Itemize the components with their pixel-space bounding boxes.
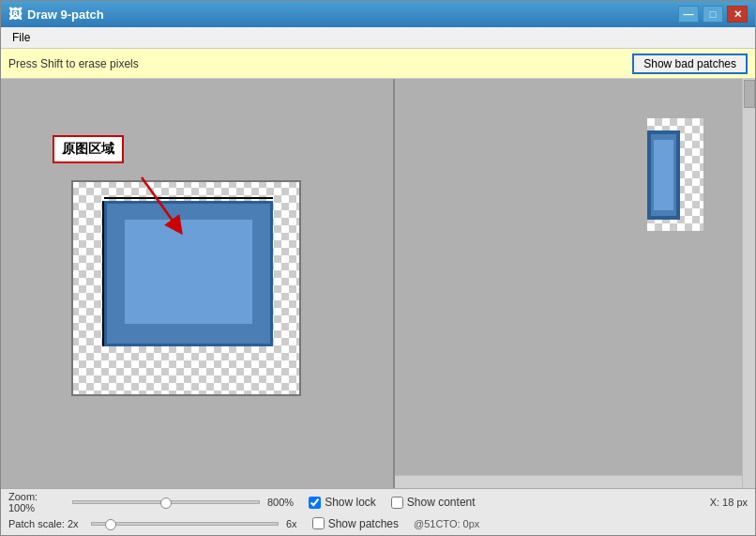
scale-thumb[interactable] [105, 519, 116, 530]
left-panel: 原图区域 [1, 79, 395, 488]
right-scrollbar[interactable] [742, 79, 755, 488]
annotation-original: 原图区域 [53, 135, 124, 163]
show-patches-label[interactable]: Show patches [328, 517, 399, 530]
app-window: 🖼 Draw 9-patch — □ ✕ File Press Shift to… [0, 0, 756, 536]
patch-scale-max-label: 6x [286, 518, 297, 529]
show-lock-checkbox[interactable] [309, 497, 321, 509]
show-lock-group: Show lock [309, 496, 376, 509]
patch-top-line [104, 197, 273, 199]
zoom-max-label: 800% [267, 497, 294, 508]
show-lock-label[interactable]: Show lock [325, 496, 376, 509]
zoom-min-label: Zoom: 100% [8, 491, 65, 513]
bottom-bar: Zoom: 100% 800% Show lock Show content X… [1, 488, 755, 535]
show-patches-checkbox[interactable] [312, 517, 325, 529]
window-controls: — □ ✕ [678, 6, 748, 23]
main-area: 原图区域 [1, 79, 755, 488]
show-content-checkbox[interactable] [391, 497, 403, 509]
arrow-original [132, 173, 189, 238]
title-bar: 🖼 Draw 9-patch — □ ✕ [1, 1, 755, 27]
copyright-display: @51CTO: 0px [414, 518, 479, 529]
coords-display: X: 18 px [710, 497, 748, 508]
show-patches-group: Show patches [312, 517, 399, 530]
toolbar: Press Shift to erase pixels Show bad pat… [1, 49, 755, 79]
minimize-button[interactable]: — [678, 6, 699, 23]
show-bad-patches-button[interactable]: Show bad patches [632, 54, 748, 74]
patch-left-line [102, 201, 104, 346]
app-icon: 🖼 [8, 7, 22, 22]
toolbar-hint: Press Shift to erase pixels [8, 57, 139, 70]
show-content-group: Show content [391, 496, 476, 509]
zoom-thumb[interactable] [160, 498, 172, 509]
right-panel: 拉伸预览区域，可以看出这时候3钟拉伸都变形了，边框很粗 [395, 79, 755, 488]
scrollbar-thumb-vertical[interactable] [744, 80, 755, 108]
svg-line-0 [142, 177, 177, 227]
bottom-scrollbar[interactable] [395, 475, 742, 488]
menu-bar: File [1, 27, 755, 49]
bottom-row-1: Zoom: 100% 800% Show lock Show content X… [8, 491, 748, 513]
file-menu[interactable]: File [5, 29, 38, 46]
patch-scale-min-label: Patch scale: 2x [8, 518, 83, 529]
show-content-label[interactable]: Show content [407, 496, 476, 509]
window-title: Draw 9-patch [27, 8, 678, 22]
patch-scale-slider[interactable] [91, 522, 279, 526]
annotation-original-text: 原图区域 [62, 141, 114, 156]
maximize-button[interactable]: □ [703, 6, 723, 23]
zoom-slider[interactable] [72, 500, 260, 504]
close-button[interactable]: ✕ [727, 6, 748, 23]
preview-tall-inner [654, 140, 673, 210]
bottom-row-2: Patch scale: 2x 6x Show patches @51CTO: … [8, 513, 748, 533]
